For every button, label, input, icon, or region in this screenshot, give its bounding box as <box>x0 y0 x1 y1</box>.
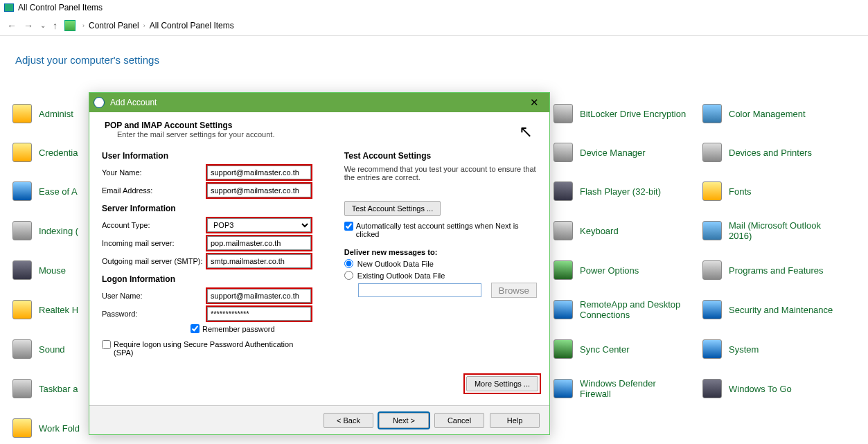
cp-item-devicemgr[interactable]: Device Manager <box>553 143 702 162</box>
incoming-server-input[interactable] <box>207 236 311 250</box>
fonts-icon <box>702 181 722 201</box>
navigation-bar: ← → ⌄ ↑ › Control Panel › All Control Pa… <box>0 15 868 36</box>
location-icon <box>64 20 76 31</box>
cp-item-keyboard[interactable]: Keyboard <box>553 220 702 241</box>
cp-item-colormgmt[interactable]: Color Management <box>702 104 848 123</box>
close-button[interactable]: ✕ <box>519 93 549 112</box>
logon-info-heading: Logon Information <box>102 274 333 284</box>
bitlocker-icon <box>553 104 573 123</box>
mail-icon <box>702 221 722 240</box>
user-name-label: User Name: <box>102 292 207 300</box>
dialog-title: Add Account <box>110 98 157 107</box>
spa-checkbox[interactable] <box>102 340 111 349</box>
outgoing-server-input[interactable] <box>207 254 311 268</box>
mouse-icon <box>12 260 32 280</box>
auto-test-checkbox[interactable] <box>344 222 353 231</box>
forward-button[interactable]: → <box>24 20 33 31</box>
device-manager-icon <box>553 143 573 162</box>
email-input[interactable] <box>207 184 311 197</box>
credential-icon <box>12 143 32 162</box>
chevron-right-icon: › <box>143 22 145 29</box>
workfolders-icon <box>12 418 32 438</box>
cp-item-sync[interactable]: Sync Center <box>553 339 702 359</box>
cp-item-wintogo[interactable]: Windows To Go <box>702 378 848 399</box>
admin-tools-icon <box>12 104 32 123</box>
remember-password-checkbox[interactable] <box>191 324 200 333</box>
flash-icon <box>553 181 573 201</box>
next-button[interactable]: Next > <box>379 413 429 428</box>
cp-item-flash[interactable]: Flash Player (32-bit) <box>553 181 702 201</box>
breadcrumb-root[interactable]: Control Panel <box>89 21 139 30</box>
password-label: Password: <box>102 310 207 318</box>
back-button[interactable]: ← <box>7 20 17 31</box>
new-data-file-radio[interactable] <box>344 259 353 268</box>
help-button[interactable]: Help <box>490 413 540 428</box>
security-icon <box>702 300 722 319</box>
cp-item-remote[interactable]: RemoteApp and Desktop Connections <box>553 299 702 320</box>
cp-item-power[interactable]: Power Options <box>553 260 702 280</box>
deliver-heading: Deliver new messages to: <box>344 248 537 256</box>
ease-icon <box>12 181 32 201</box>
devices-printers-icon <box>702 143 722 162</box>
cp-item-fonts[interactable]: Fonts <box>702 181 848 201</box>
add-account-dialog: Add Account ✕ POP and IMAP Account Setti… <box>89 92 550 435</box>
control-panel-icon <box>4 3 14 12</box>
keyboard-icon <box>553 221 573 240</box>
breadcrumb[interactable]: › Control Panel › All Control Panel Item… <box>82 21 234 30</box>
cursor-icon: ↖ <box>519 122 533 141</box>
breadcrumb-current[interactable]: All Control Panel Items <box>150 21 234 30</box>
cp-item-programs[interactable]: Programs and Features <box>702 260 848 280</box>
page-title: Adjust your computer's settings <box>0 36 868 73</box>
browse-button: Browse <box>491 283 537 298</box>
indexing-icon <box>12 221 32 240</box>
email-label: Email Address: <box>102 186 207 195</box>
dialog-footer: < Back Next > Cancel Help <box>89 405 549 434</box>
more-settings-button[interactable]: More Settings ... <box>466 376 538 391</box>
realtek-icon <box>12 300 32 319</box>
history-dropdown[interactable]: ⌄ <box>40 21 46 29</box>
incoming-server-label: Incoming mail server: <box>102 239 207 247</box>
remoteapp-icon <box>553 300 573 319</box>
wintogo-icon <box>702 379 722 398</box>
sound-icon <box>12 339 32 359</box>
dialog-subdesc: Enter the mail server settings for your … <box>117 130 534 139</box>
back-button[interactable]: < Back <box>324 413 373 428</box>
sync-icon <box>553 339 573 359</box>
new-data-file-label: New Outlook Data File <box>357 260 434 268</box>
existing-data-file-label: Existing Outlook Data File <box>357 272 445 280</box>
test-account-button[interactable]: Test Account Settings ... <box>344 201 441 216</box>
user-name-input[interactable] <box>207 289 311 303</box>
your-name-label: Your Name: <box>102 168 207 177</box>
window-title: All Control Panel Items <box>18 3 103 12</box>
user-info-heading: User Information <box>102 151 333 161</box>
system-icon <box>702 339 722 359</box>
account-type-label: Account Type: <box>102 221 207 229</box>
outgoing-server-label: Outgoing mail server (SMTP): <box>102 257 207 265</box>
existing-data-file-radio[interactable] <box>344 271 353 280</box>
taskbar-icon <box>12 379 32 398</box>
cp-item-security[interactable]: Security and Maintenance <box>702 299 848 320</box>
test-settings-desc: We recommend that you test your account … <box>344 165 537 181</box>
test-settings-heading: Test Account Settings <box>344 151 537 161</box>
cp-item-defender[interactable]: Windows Defender Firewall <box>553 378 702 399</box>
programs-icon <box>702 260 722 280</box>
cancel-button[interactable]: Cancel <box>434 413 484 428</box>
password-input[interactable] <box>207 307 311 321</box>
dialog-subheader: POP and IMAP Account Settings Enter the … <box>89 112 549 145</box>
cp-item-devprint[interactable]: Devices and Printers <box>702 143 848 162</box>
dialog-subtitle: POP and IMAP Account Settings <box>105 121 534 130</box>
cp-item-mail[interactable]: Mail (Microsoft Outlook 2016) <box>702 220 848 241</box>
cp-item-bitlocker[interactable]: BitLocker Drive Encryption <box>553 104 702 123</box>
dialog-icon <box>94 97 105 108</box>
server-info-heading: Server Information <box>102 204 333 213</box>
cp-item-system[interactable]: System <box>702 339 848 359</box>
defender-icon <box>553 379 573 398</box>
power-icon <box>553 260 573 280</box>
your-name-input[interactable] <box>207 166 311 179</box>
auto-test-label: Automatically test account settings when… <box>356 222 522 238</box>
color-mgmt-icon <box>702 104 722 123</box>
window-titlebar: All Control Panel Items <box>0 0 868 15</box>
up-button[interactable]: ↑ <box>53 20 57 31</box>
account-type-select[interactable]: POP3 <box>207 218 311 232</box>
existing-data-file-path[interactable] <box>358 283 481 297</box>
